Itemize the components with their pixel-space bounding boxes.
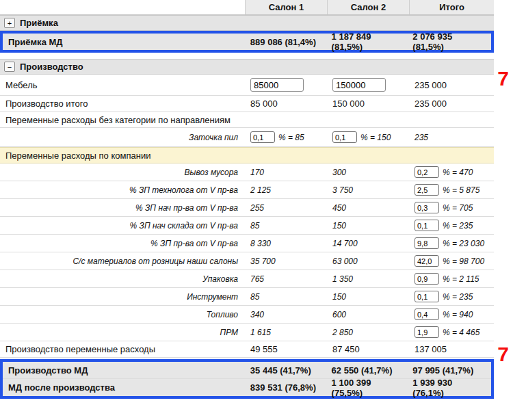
cell-itogo: % = 23 030	[409, 237, 494, 249]
percent-equals-value: % = 23 030	[443, 239, 484, 248]
company-percent-input[interactable]	[415, 202, 439, 213]
value-salon1: 49 555	[245, 344, 327, 354]
percent-equals-value: % = 235	[443, 292, 473, 302]
company-percent-input[interactable]	[415, 291, 439, 302]
row-label: % ЗП технолога от V пр-ва	[0, 185, 245, 195]
percent-equals-value: % = 85	[278, 133, 304, 142]
value-salon1: 170	[245, 168, 327, 177]
company-expense-row: % ЗП технолога от V пр-ва 2 125 3 750 % …	[0, 181, 494, 199]
value-salon2: 150	[327, 221, 409, 231]
collapse-toggle-button-proizvodstvo[interactable]: −	[4, 62, 15, 72]
company-percent-input[interactable]	[415, 166, 439, 178]
company-expense-row: С/с материалов от розницы наши салоны 35…	[0, 252, 494, 270]
section-inner: − Производство	[0, 62, 83, 72]
report-page: Салон 1 Салон 2 Итого + Приёмка Приёмка …	[0, 0, 513, 420]
percent-equals-value: % = 705	[443, 203, 473, 213]
value-itogo: 235 000	[409, 99, 494, 109]
zatochka-salon2-percent-input[interactable]	[332, 131, 357, 143]
cell-itogo: % = 4 465	[409, 326, 494, 338]
percent-equals-value: % = 98 700	[443, 257, 484, 266]
row-var-company-header: Переменные расходы по компании	[0, 147, 494, 163]
column-header-salon2: Салон 2	[327, 0, 409, 14]
section-inner: + Приёмка	[0, 18, 58, 28]
company-percent-input[interactable]	[415, 309, 439, 320]
value-salon2: 1 350	[327, 274, 409, 284]
company-percent-input[interactable]	[415, 237, 439, 249]
row-label: Переменные расходы без категории по напр…	[0, 115, 494, 125]
cell-itogo: % = 5 875	[409, 184, 494, 196]
row-label: Инструмент	[0, 292, 245, 302]
value-salon1: 839 531 (76,8%)	[245, 382, 326, 393]
row-label: Заточка пил	[0, 133, 245, 142]
row-label: Вывоз мусора	[0, 168, 245, 177]
value-salon2: 300	[327, 168, 409, 177]
cell-salon2	[327, 78, 409, 92]
company-percent-input[interactable]	[415, 255, 439, 267]
company-percent-input[interactable]	[415, 326, 439, 338]
company-percent-input[interactable]	[415, 273, 439, 285]
annotation-highlight-box-priemka-md: Приёмка МД 889 086 (81,4%) 1 187 849 (81…	[0, 31, 494, 53]
percent-equals-value: % = 5 875	[443, 185, 479, 195]
value-salon1: 35 445 (41,7%)	[245, 365, 326, 376]
value-itogo: 1 939 930 (76,1%)	[407, 378, 491, 398]
value-salon1: 85	[245, 292, 327, 302]
row-label: Переменные расходы по компании	[0, 150, 494, 161]
row-label: С/с материалов от розницы наши салоны	[0, 257, 245, 266]
value-salon2: 3 750	[327, 185, 409, 195]
mebel-salon2-input[interactable]	[332, 78, 386, 92]
expand-toggle-button-priemka[interactable]: +	[4, 18, 15, 28]
percent-equals-value: % = 4 465	[443, 328, 479, 337]
company-expense-row: % ЗП нач склада от V пр-ва 85 150 % = 23…	[0, 217, 494, 235]
section-row-priemka: + Приёмка	[0, 15, 494, 31]
report-table: Салон 1 Салон 2 Итого + Приёмка Приёмка …	[0, 0, 494, 399]
cell-itogo: % = 470	[409, 166, 494, 178]
row-label: Производство итого	[0, 99, 245, 109]
percent-equals-value: % = 150	[360, 133, 391, 142]
value-salon1: 2 125	[245, 185, 327, 195]
company-percent-input[interactable]	[415, 184, 439, 196]
annotation-number: 7	[497, 68, 509, 89]
company-expense-row: % ЗП нач пр-ва от V пр-ва 255 450 % = 70…	[0, 199, 494, 217]
cell-itogo: % = 705	[409, 202, 494, 213]
company-expense-row: ПРМ 1 615 2 850 % = 4 465	[0, 324, 494, 341]
section-title-proizvodstvo: Производство	[20, 62, 83, 72]
row-label: % ЗП нач склада от V пр-ва	[0, 221, 245, 231]
row-label: % ЗП пр-ва от V пр-ва	[0, 239, 245, 248]
header-empty-cell	[0, 0, 245, 14]
company-expense-row: Инструмент 85 150 % = 235	[0, 288, 494, 306]
company-expense-row: Вывоз мусора 170 300 % = 470	[0, 163, 494, 181]
table-header-row: Салон 1 Салон 2 Итого	[0, 0, 494, 15]
value-salon2: 150	[327, 292, 409, 302]
company-percent-input[interactable]	[415, 220, 439, 231]
percent-equals-value: % = 2 115	[443, 274, 479, 284]
value-salon2: 1 100 399 (75,5%)	[326, 378, 408, 398]
value-salon1: 765	[245, 274, 327, 284]
value-salon2: 62 550 (41,7%)	[326, 365, 408, 376]
cell-itogo: % = 2 115	[409, 273, 494, 285]
row-proizvodstvo-var: Производство переменные расходы 49 555 8…	[0, 341, 494, 358]
row-label: Производство переменные расходы	[0, 344, 245, 354]
annotation-highlight-box-md-summary: Производство МД 35 445 (41,7%) 62 550 (4…	[0, 359, 494, 399]
row-label: Производство МД	[3, 365, 245, 376]
zatochka-salon1-percent-input[interactable]	[250, 131, 275, 143]
row-proizvodstvo-md: Производство МД 35 445 (41,7%) 62 550 (4…	[3, 362, 491, 379]
row-label: Упаковка	[0, 274, 245, 284]
value-salon1: 255	[245, 203, 327, 213]
value-salon1: 340	[245, 310, 327, 319]
section-row-proizvodstvo: − Производство	[0, 59, 494, 75]
value-salon2: 150 000	[327, 99, 409, 109]
cell-itogo: % = 235	[409, 220, 494, 231]
value-salon1: 8 330	[245, 239, 327, 248]
mebel-salon1-input[interactable]	[250, 78, 304, 92]
cell-itogo: % = 235	[409, 291, 494, 302]
value-itogo: 235 000	[409, 80, 494, 90]
value-salon1: 85	[245, 221, 327, 231]
cell-itogo: % = 940	[409, 309, 494, 320]
row-priemka-md: Приёмка МД 889 086 (81,4%) 1 187 849 (81…	[3, 34, 491, 50]
value-itogo: 2 076 935 (81,5%)	[407, 31, 491, 52]
value-itogo: 137 005	[409, 344, 494, 354]
row-label: Приёмка МД	[3, 37, 245, 47]
value-salon2: 600	[327, 310, 409, 319]
cell-salon2: % = 150	[327, 131, 409, 143]
row-label: % ЗП нач пр-ва от V пр-ва	[0, 203, 245, 213]
